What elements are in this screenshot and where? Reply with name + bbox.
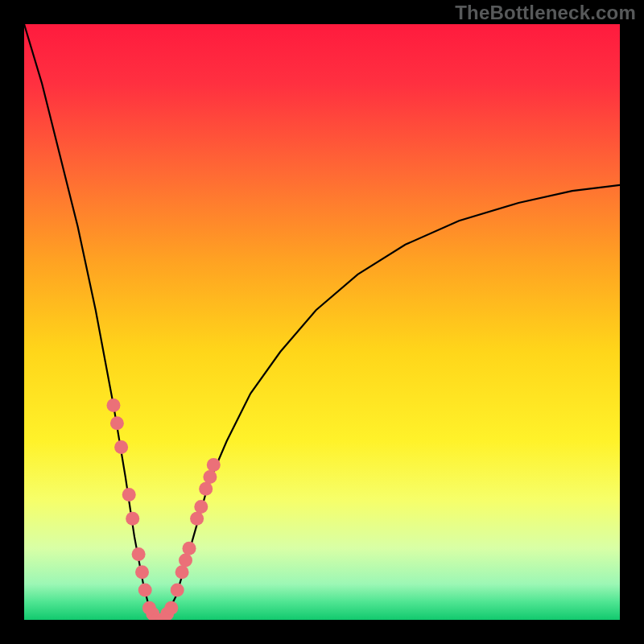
highlight-dot xyxy=(179,554,192,568)
chart-frame: TheBottleneck.com xyxy=(0,0,644,644)
highlight-dot xyxy=(135,565,149,579)
plot-area xyxy=(24,24,620,620)
highlight-dot xyxy=(110,416,124,430)
highlight-dot xyxy=(126,512,139,526)
highlight-dot xyxy=(164,601,178,615)
highlight-dot xyxy=(171,584,184,597)
highlight-dot xyxy=(107,398,121,412)
bottleneck-curve xyxy=(24,24,620,620)
highlight-dot xyxy=(175,565,189,579)
highlight-dots xyxy=(107,398,221,620)
highlight-dot xyxy=(122,488,136,502)
highlight-dot xyxy=(194,500,208,514)
highlight-dot xyxy=(190,512,204,526)
watermark-text: TheBottleneck.com xyxy=(455,2,636,24)
highlight-dot xyxy=(183,542,196,555)
curve-overlay xyxy=(24,24,620,620)
highlight-dot xyxy=(114,440,128,454)
highlight-dot xyxy=(203,470,217,484)
highlight-dot xyxy=(132,547,146,561)
highlight-dot xyxy=(199,482,213,496)
highlight-dot xyxy=(207,458,221,472)
highlight-dot xyxy=(138,584,152,597)
